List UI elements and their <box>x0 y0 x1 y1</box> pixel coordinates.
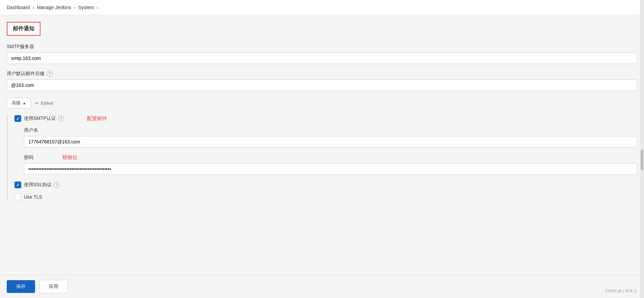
breadcrumb-sep-1: › <box>33 5 34 10</box>
breadcrumb-sep-2: › <box>74 5 76 10</box>
tls-label: Use TLS <box>24 194 42 200</box>
indented-section: 用户名 密码 校验位 <box>24 127 637 175</box>
advanced-button[interactable]: 高级 ▲ <box>7 98 31 108</box>
advanced-section: ✓ 使用SMTP认证 ? 配置邮件 用户名 <box>7 115 637 200</box>
ssl-row: ✓ 使用SSL协议 ? <box>14 181 637 188</box>
edited-text: Edited <box>41 101 53 106</box>
section-title: 邮件通知 <box>13 26 34 31</box>
password-group: 密码 校验位 <box>24 154 637 175</box>
password-input[interactable] <box>24 163 637 175</box>
smtp-auth-help-icon[interactable]: ? <box>58 115 64 122</box>
breadcrumb-system[interactable]: System <box>78 5 94 10</box>
section-header: 邮件通知 <box>7 22 40 36</box>
breadcrumb-manage-jenkins[interactable]: Manage Jenkins <box>37 5 71 10</box>
ssl-checkmark-icon: ✓ <box>16 183 20 188</box>
username-label: 用户名 <box>24 127 637 133</box>
footer-bar: 保存 应用 <box>0 275 644 298</box>
tls-checkbox[interactable] <box>14 194 21 200</box>
main-content: 邮件通知 SMTP服务器 用户默认邮件后缀 ? 高级 ▲ ✏ Ed <box>0 15 644 233</box>
advanced-label: 高级 <box>12 100 21 106</box>
username-input[interactable] <box>24 136 637 147</box>
ssl-checkbox[interactable]: ✓ <box>14 181 21 188</box>
smtp-input[interactable] <box>7 53 637 64</box>
smtp-auth-label: 使用SMTP认证 ? <box>24 115 64 122</box>
scrollbar-thumb[interactable] <box>641 150 643 170</box>
smtp-label: SMTP服务器 <box>7 44 637 50</box>
email-suffix-help-icon[interactable]: ? <box>47 71 53 77</box>
annotation-email: 配置邮件 <box>87 115 107 122</box>
chevron-up-icon: ▲ <box>23 101 26 105</box>
annotation-verify: 校验位 <box>62 154 78 161</box>
save-button[interactable]: 保存 <box>7 280 35 293</box>
scrollbar[interactable] <box>640 0 644 298</box>
smtp-auth-checkbox[interactable]: ✓ <box>14 115 21 122</box>
page-container: Dashboard › Manage Jenkins › System › 邮件… <box>0 0 644 298</box>
smtp-auth-row: ✓ 使用SMTP认证 ? 配置邮件 <box>14 115 637 122</box>
email-suffix-input[interactable] <box>7 79 637 91</box>
tls-row: Use TLS <box>14 194 637 200</box>
username-group: 用户名 <box>24 127 637 147</box>
edited-indicator: ✏ Edited <box>35 101 53 106</box>
apply-button[interactable]: 应用 <box>39 280 68 293</box>
pencil-icon: ✏ <box>35 101 39 106</box>
ssl-help-icon[interactable]: ? <box>54 182 60 188</box>
advanced-row: 高级 ▲ ✏ Edited <box>7 98 637 108</box>
email-suffix-group: 用户默认邮件后缀 ? <box>7 71 637 91</box>
smtp-server-group: SMTP服务器 <box>7 44 637 64</box>
checkmark-icon: ✓ <box>16 116 20 121</box>
breadcrumb: Dashboard › Manage Jenkins › System › <box>0 0 644 15</box>
email-suffix-label: 用户默认邮件后缀 ? <box>7 71 637 77</box>
watermark: CSDN @ | 祈木上 <box>605 288 637 294</box>
breadcrumb-dashboard[interactable]: Dashboard <box>7 5 30 10</box>
ssl-label: 使用SSL协议 ? <box>24 182 60 188</box>
breadcrumb-sep-3: › <box>96 5 98 10</box>
password-label: 密码 校验位 <box>24 154 637 161</box>
